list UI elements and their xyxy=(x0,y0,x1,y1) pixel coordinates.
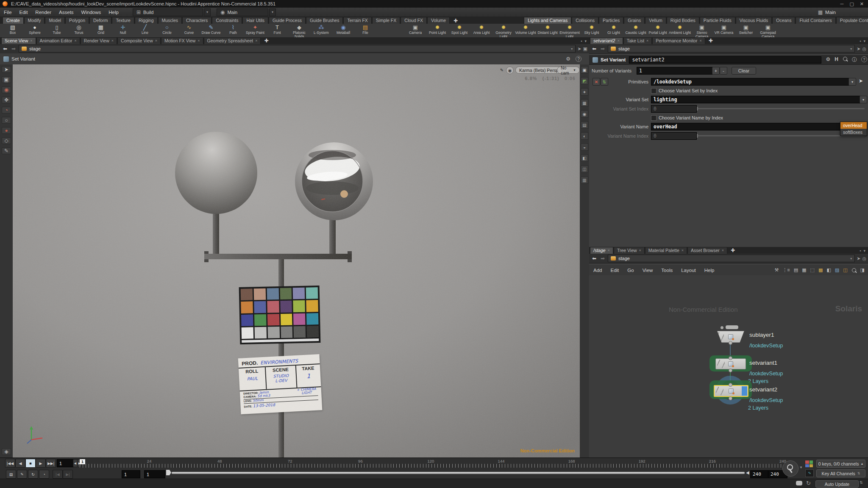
close-tab-icon[interactable]: × xyxy=(646,39,648,43)
shelf-tab-modify[interactable]: Modify xyxy=(24,17,45,24)
back-icon[interactable]: ⬅ xyxy=(2,46,8,52)
display-option-icon[interactable]: ▤ xyxy=(581,121,588,129)
shelf-tab-constraints[interactable]: Constraints xyxy=(212,17,242,24)
play-forward-button[interactable]: ▶ xyxy=(36,459,46,468)
shelf-tab-cloud-fx[interactable]: Cloud FX xyxy=(401,17,427,24)
shelf-tool-l-system[interactable]: ⁂L-System xyxy=(310,24,332,35)
params-path-field[interactable]: stage ▾ xyxy=(608,45,855,53)
shelf-tab-rigging[interactable]: Rigging xyxy=(135,17,158,24)
shelf-tool-ambient-light[interactable]: ✹Ambient Light xyxy=(669,24,691,35)
shelf-tool-box[interactable]: ▧Box xyxy=(2,24,24,35)
background-image-icon[interactable]: ▨ xyxy=(835,267,839,273)
netmenu-layout[interactable]: Layout xyxy=(677,268,700,273)
shelf-tool-vr-camera[interactable]: ▣VR Camera xyxy=(713,24,735,35)
viewport-tool-icon[interactable]: ◇ xyxy=(2,137,11,144)
viewport-tool-icon[interactable]: ◔ xyxy=(2,107,11,114)
add-pane-tab-icon[interactable]: ✚ xyxy=(261,38,271,44)
netmenu-view[interactable]: View xyxy=(638,268,657,273)
shelf-tab-oceans[interactable]: Oceans xyxy=(772,17,795,24)
key-options-icon[interactable]: ▼ xyxy=(799,466,803,469)
shelf-tool-draw-curve[interactable]: ✎Draw Curve xyxy=(200,24,222,35)
shelf-tab-fluid-containers[interactable]: Fluid Containers xyxy=(796,17,835,24)
search-icon[interactable] xyxy=(843,56,848,64)
shelf-tool-path[interactable]: ⌇Path xyxy=(222,24,244,35)
node-output-dot[interactable] xyxy=(729,341,732,345)
display-option-icon[interactable]: ▦ xyxy=(581,99,588,107)
variant-set-field[interactable]: lighting xyxy=(651,96,861,103)
shelf-tab-lights-and-cameras[interactable]: Lights and Cameras xyxy=(524,17,571,24)
shelf-tool-torus[interactable]: ◎Torus xyxy=(68,24,90,35)
shelf-tab-particles[interactable]: Particles xyxy=(599,17,623,24)
shelf-tab-guide-brushes[interactable]: Guide Brushes xyxy=(306,17,343,24)
forward-icon[interactable]: ➡ xyxy=(599,255,606,261)
delete-multiparm-button[interactable]: ✕ xyxy=(593,78,600,86)
close-tab-icon[interactable]: × xyxy=(722,248,724,252)
shelf-tab-create[interactable]: Create xyxy=(3,17,24,24)
shelf-tool-geometry-light[interactable]: ✹Geometry Light xyxy=(492,24,515,38)
back-icon[interactable]: ⬅ xyxy=(591,255,598,261)
lock-camera-icon[interactable]: ◉ xyxy=(506,67,514,74)
display-option-icon[interactable]: ✦ xyxy=(581,88,588,96)
menu-edit[interactable]: Edit xyxy=(16,10,32,15)
shelf-tab-collisions[interactable]: Collisions xyxy=(572,17,598,24)
pin-icon[interactable]: ➤ xyxy=(857,256,860,261)
node-input-dot[interactable] xyxy=(729,356,732,360)
shelf-tool-caustic-light[interactable]: ✹Caustic Light xyxy=(625,24,647,35)
build-selector-arrow-icon[interactable]: ▾ xyxy=(204,8,211,16)
shelf-tool-file[interactable]: ▤File xyxy=(354,24,376,35)
shelf-tab-texture[interactable]: Texture xyxy=(112,17,134,24)
snapshot-pen-icon[interactable]: ✎ xyxy=(498,67,505,73)
add-shelf-tab-icon[interactable]: ✚ xyxy=(450,18,461,24)
tab-composite-view[interactable]: Composite View× xyxy=(117,37,161,44)
shelf-tool-font[interactable]: TFont xyxy=(266,24,288,35)
pane-maximize-icon[interactable]: ▪ xyxy=(860,249,861,253)
menu-windows[interactable]: Windows xyxy=(78,10,105,15)
desktop-build-selector[interactable]: ⊞ Build xyxy=(133,8,203,16)
help-icon[interactable]: ? xyxy=(861,56,867,62)
viewport-tool-icon[interactable]: ▣ xyxy=(2,76,11,83)
shelf-tool-gi-light[interactable]: ✹GI Light xyxy=(603,24,625,35)
close-tab-icon[interactable]: × xyxy=(608,248,610,252)
tab-render-view[interactable]: Render View× xyxy=(81,37,117,44)
forward-icon[interactable]: ➡ xyxy=(10,46,17,52)
close-tab-icon[interactable]: × xyxy=(617,39,619,43)
align-icon[interactable]: ⬚ xyxy=(810,267,815,273)
shelf-tab-viscous-fluids[interactable]: Viscous Fluids xyxy=(736,17,772,24)
tab-animation-editor[interactable]: Animation Editor× xyxy=(36,37,80,44)
shelf-tool-platonic-solids[interactable]: ◆Platonic Solids xyxy=(288,24,310,38)
shelf-tab-polygon[interactable]: Polygon xyxy=(65,17,89,24)
keys-info-button[interactable]: 0 keys, 0/0 channels▲ xyxy=(816,460,865,468)
update-mode-spinner-icon[interactable]: ⇅ xyxy=(860,480,863,485)
shelf-tool-tube[interactable]: ▯Tube xyxy=(46,24,68,35)
scoped-channels-icon[interactable] xyxy=(805,460,813,467)
shelf-tool-curve[interactable]: ∿Curve xyxy=(178,24,200,35)
close-button[interactable]: ✕ xyxy=(860,1,864,7)
shelf-tab-populate-containers[interactable]: Populate Containers xyxy=(836,17,868,24)
key-all-channels-button[interactable]: Key All Channels⇅ xyxy=(816,469,865,477)
menu-file[interactable]: File xyxy=(0,10,16,15)
tab-geometry-spreadsheet[interactable]: Geometry Spreadsheet× xyxy=(204,37,261,44)
range-end-jump-icon[interactable]: ▶| xyxy=(63,470,73,479)
info-icon[interactable]: ⓘ xyxy=(852,56,857,64)
node-name-field[interactable]: setvariant2 xyxy=(629,56,821,64)
global-range-start-field[interactable]: 1 xyxy=(122,470,140,478)
close-tab-icon[interactable]: × xyxy=(155,39,157,43)
pane-menu-icon[interactable]: ▾ xyxy=(863,39,865,43)
shelf-tool-area-light[interactable]: ✹Area Light xyxy=(470,24,492,35)
timeline-ruler[interactable]: 1 24487296120144168192216240 xyxy=(80,459,781,468)
close-tab-icon[interactable]: × xyxy=(682,248,684,252)
maximize-button[interactable]: ▢ xyxy=(849,1,854,7)
network-canvas[interactable]: Non-Commercial Edition Solaris sublayer1… xyxy=(589,275,868,458)
viewport-tool-icon[interactable]: ○ xyxy=(2,117,11,124)
message-bubble-icon[interactable] xyxy=(796,481,802,485)
color-palette-icon[interactable]: ▩ xyxy=(818,267,823,273)
pane-maximize-icon[interactable]: ▪ xyxy=(860,39,861,43)
gear-icon[interactable]: ⚙ xyxy=(826,56,830,64)
tab-tree-view[interactable]: Tree View× xyxy=(614,247,645,254)
link-icon[interactable]: ▣ xyxy=(583,46,587,52)
viewport-help-icon[interactable]: ? xyxy=(576,56,581,62)
range-start-jump-icon[interactable]: |◀ xyxy=(53,470,63,479)
close-tab-icon[interactable]: × xyxy=(255,39,257,43)
close-tab-icon[interactable]: × xyxy=(30,39,32,43)
variant-set-menu-icon[interactable]: ▾ xyxy=(860,96,867,103)
